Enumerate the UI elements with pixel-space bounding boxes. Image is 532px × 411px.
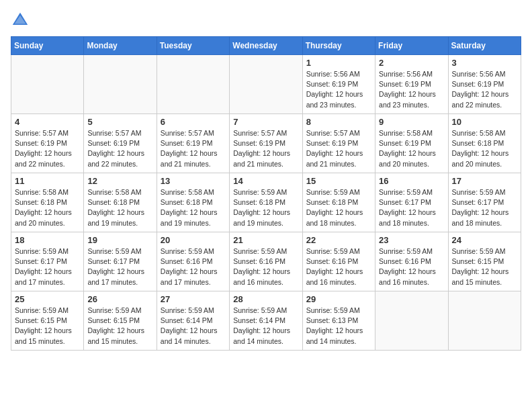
- day-info: Sunrise: 5:59 AMSunset: 6:15 PMDaylight:…: [87, 306, 152, 347]
- calendar-cell: [375, 291, 448, 351]
- calendar-cell: 25Sunrise: 5:59 AMSunset: 6:15 PMDayligh…: [11, 291, 84, 351]
- week-row-2: 4Sunrise: 5:57 AMSunset: 6:19 PMDaylight…: [11, 114, 521, 173]
- calendar-cell: 24Sunrise: 5:59 AMSunset: 6:15 PMDayligh…: [448, 232, 521, 291]
- day-header-monday: Monday: [84, 37, 157, 55]
- day-number: 7: [233, 117, 298, 127]
- calendar-cell: 15Sunrise: 5:59 AMSunset: 6:18 PMDayligh…: [302, 173, 375, 232]
- calendar-cell: 2Sunrise: 5:56 AMSunset: 6:19 PMDaylight…: [375, 55, 448, 114]
- day-number: 9: [379, 117, 444, 127]
- day-number: 14: [233, 176, 298, 186]
- day-info: Sunrise: 5:56 AMSunset: 6:19 PMDaylight:…: [452, 69, 517, 110]
- calendar-cell: 4Sunrise: 5:57 AMSunset: 6:19 PMDaylight…: [11, 114, 84, 173]
- day-number: 19: [87, 235, 152, 245]
- day-number: 24: [452, 235, 517, 245]
- day-number: 26: [87, 294, 152, 304]
- calendar-cell: 18Sunrise: 5:59 AMSunset: 6:17 PMDayligh…: [11, 232, 84, 291]
- calendar-cell: [11, 55, 84, 114]
- day-number: 28: [233, 294, 298, 304]
- calendar-cell: 14Sunrise: 5:59 AMSunset: 6:18 PMDayligh…: [230, 173, 302, 232]
- logo-icon: [11, 11, 30, 30]
- day-info: Sunrise: 5:59 AMSunset: 6:18 PMDaylight:…: [306, 187, 371, 228]
- day-info: Sunrise: 5:57 AMSunset: 6:19 PMDaylight:…: [161, 128, 226, 169]
- calendar-cell: [157, 55, 229, 114]
- logo: [11, 11, 30, 30]
- day-header-saturday: Saturday: [448, 37, 521, 55]
- day-header-sunday: Sunday: [11, 37, 84, 55]
- calendar-cell: 27Sunrise: 5:59 AMSunset: 6:14 PMDayligh…: [157, 291, 229, 351]
- day-info: Sunrise: 5:57 AMSunset: 6:19 PMDaylight:…: [15, 128, 80, 169]
- day-info: Sunrise: 5:58 AMSunset: 6:18 PMDaylight:…: [87, 187, 152, 228]
- calendar-cell: 12Sunrise: 5:58 AMSunset: 6:18 PMDayligh…: [84, 173, 157, 232]
- day-info: Sunrise: 5:56 AMSunset: 6:19 PMDaylight:…: [306, 69, 371, 110]
- day-number: 22: [306, 235, 371, 245]
- day-info: Sunrise: 5:58 AMSunset: 6:19 PMDaylight:…: [379, 128, 444, 169]
- day-number: 4: [15, 117, 80, 127]
- calendar-table: SundayMondayTuesdayWednesdayThursdayFrid…: [11, 36, 521, 351]
- day-info: Sunrise: 5:57 AMSunset: 6:19 PMDaylight:…: [87, 128, 152, 169]
- calendar-cell: 16Sunrise: 5:59 AMSunset: 6:17 PMDayligh…: [375, 173, 448, 232]
- day-number: 25: [15, 294, 80, 304]
- day-info: Sunrise: 5:56 AMSunset: 6:19 PMDaylight:…: [379, 69, 444, 110]
- day-info: Sunrise: 5:59 AMSunset: 6:16 PMDaylight:…: [306, 246, 371, 287]
- calendar-cell: 5Sunrise: 5:57 AMSunset: 6:19 PMDaylight…: [84, 114, 157, 173]
- day-number: 20: [161, 235, 226, 245]
- day-number: 13: [161, 176, 226, 186]
- day-info: Sunrise: 5:59 AMSunset: 6:17 PMDaylight:…: [87, 246, 152, 287]
- day-info: Sunrise: 5:59 AMSunset: 6:17 PMDaylight:…: [452, 187, 517, 228]
- day-info: Sunrise: 5:59 AMSunset: 6:13 PMDaylight:…: [306, 306, 371, 347]
- day-info: Sunrise: 5:59 AMSunset: 6:14 PMDaylight:…: [233, 306, 298, 347]
- day-number: 6: [161, 117, 226, 127]
- day-header-tuesday: Tuesday: [157, 37, 229, 55]
- day-number: 16: [379, 176, 444, 186]
- day-number: 27: [161, 294, 226, 304]
- day-header-friday: Friday: [375, 37, 448, 55]
- day-number: 18: [15, 235, 80, 245]
- day-number: 12: [87, 176, 152, 186]
- calendar-cell: 22Sunrise: 5:59 AMSunset: 6:16 PMDayligh…: [302, 232, 375, 291]
- calendar-cell: 28Sunrise: 5:59 AMSunset: 6:14 PMDayligh…: [230, 291, 302, 351]
- day-number: 5: [87, 117, 152, 127]
- day-number: 3: [452, 58, 517, 68]
- calendar-cell: [84, 55, 157, 114]
- day-info: Sunrise: 5:59 AMSunset: 6:17 PMDaylight:…: [379, 187, 444, 228]
- day-info: Sunrise: 5:58 AMSunset: 6:18 PMDaylight:…: [15, 187, 80, 228]
- day-info: Sunrise: 5:59 AMSunset: 6:15 PMDaylight:…: [15, 306, 80, 347]
- calendar-cell: 8Sunrise: 5:57 AMSunset: 6:19 PMDaylight…: [302, 114, 375, 173]
- day-number: 17: [452, 176, 517, 186]
- day-header-thursday: Thursday: [302, 37, 375, 55]
- day-info: Sunrise: 5:59 AMSunset: 6:16 PMDaylight:…: [161, 246, 226, 287]
- day-number: 8: [306, 117, 371, 127]
- week-row-1: 1Sunrise: 5:56 AMSunset: 6:19 PMDaylight…: [11, 55, 521, 114]
- calendar-cell: 19Sunrise: 5:59 AMSunset: 6:17 PMDayligh…: [84, 232, 157, 291]
- calendar-cell: 17Sunrise: 5:59 AMSunset: 6:17 PMDayligh…: [448, 173, 521, 232]
- day-info: Sunrise: 5:59 AMSunset: 6:17 PMDaylight:…: [15, 246, 80, 287]
- day-info: Sunrise: 5:59 AMSunset: 6:16 PMDaylight:…: [233, 246, 298, 287]
- page-header: [11, 11, 521, 30]
- day-info: Sunrise: 5:58 AMSunset: 6:18 PMDaylight:…: [452, 128, 517, 169]
- day-number: 15: [306, 176, 371, 186]
- day-number: 1: [306, 58, 371, 68]
- week-row-3: 11Sunrise: 5:58 AMSunset: 6:18 PMDayligh…: [11, 173, 521, 232]
- calendar-cell: 9Sunrise: 5:58 AMSunset: 6:19 PMDaylight…: [375, 114, 448, 173]
- day-number: 2: [379, 58, 444, 68]
- day-info: Sunrise: 5:57 AMSunset: 6:19 PMDaylight:…: [306, 128, 371, 169]
- day-info: Sunrise: 5:59 AMSunset: 6:15 PMDaylight:…: [452, 246, 517, 287]
- week-row-5: 25Sunrise: 5:59 AMSunset: 6:15 PMDayligh…: [11, 291, 521, 351]
- calendar-cell: [230, 55, 302, 114]
- day-number: 11: [15, 176, 80, 186]
- day-number: 23: [379, 235, 444, 245]
- day-number: 29: [306, 294, 371, 304]
- calendar-cell: 21Sunrise: 5:59 AMSunset: 6:16 PMDayligh…: [230, 232, 302, 291]
- calendar-cell: 1Sunrise: 5:56 AMSunset: 6:19 PMDaylight…: [302, 55, 375, 114]
- calendar-cell: 3Sunrise: 5:56 AMSunset: 6:19 PMDaylight…: [448, 55, 521, 114]
- calendar-cell: 10Sunrise: 5:58 AMSunset: 6:18 PMDayligh…: [448, 114, 521, 173]
- calendar-cell: 7Sunrise: 5:57 AMSunset: 6:19 PMDaylight…: [230, 114, 302, 173]
- calendar-cell: 20Sunrise: 5:59 AMSunset: 6:16 PMDayligh…: [157, 232, 229, 291]
- day-info: Sunrise: 5:57 AMSunset: 6:19 PMDaylight:…: [233, 128, 298, 169]
- calendar-cell: 11Sunrise: 5:58 AMSunset: 6:18 PMDayligh…: [11, 173, 84, 232]
- day-info: Sunrise: 5:59 AMSunset: 6:14 PMDaylight:…: [161, 306, 226, 347]
- calendar-cell: 13Sunrise: 5:58 AMSunset: 6:18 PMDayligh…: [157, 173, 229, 232]
- calendar-cell: 6Sunrise: 5:57 AMSunset: 6:19 PMDaylight…: [157, 114, 229, 173]
- calendar-header-row: SundayMondayTuesdayWednesdayThursdayFrid…: [11, 37, 521, 55]
- calendar-cell: 29Sunrise: 5:59 AMSunset: 6:13 PMDayligh…: [302, 291, 375, 351]
